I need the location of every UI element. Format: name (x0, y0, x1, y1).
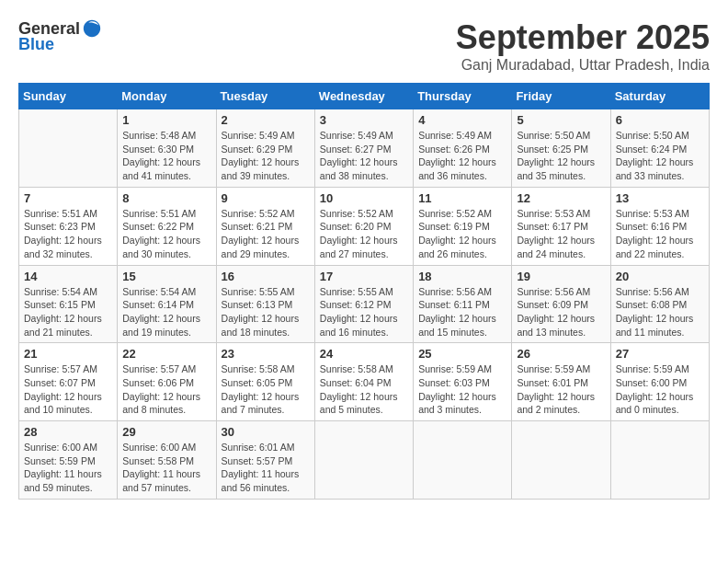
day-info: Sunrise: 5:49 AM Sunset: 6:27 PM Dayligh… (320, 129, 408, 183)
day-number: 28 (24, 425, 112, 439)
day-number: 11 (418, 191, 506, 205)
day-number: 23 (222, 347, 310, 361)
month-title: September 2025 (456, 18, 710, 57)
day-number: 7 (24, 191, 112, 205)
day-number: 4 (418, 113, 506, 127)
calendar-cell: 24Sunrise: 5:58 AM Sunset: 6:04 PM Dayli… (314, 343, 413, 421)
calendar-cell: 16Sunrise: 5:55 AM Sunset: 6:13 PM Dayli… (216, 265, 314, 343)
day-header-saturday: Saturday (610, 84, 709, 109)
day-number: 18 (418, 270, 506, 283)
day-info: Sunrise: 5:55 AM Sunset: 6:13 PM Dayligh… (222, 285, 310, 339)
day-number: 25 (418, 347, 506, 361)
calendar-cell (610, 421, 709, 500)
calendar-cell: 13Sunrise: 5:53 AM Sunset: 6:16 PM Dayli… (610, 187, 709, 265)
calendar-cell: 19Sunrise: 5:56 AM Sunset: 6:09 PM Dayli… (512, 265, 610, 343)
day-info: Sunrise: 6:00 AM Sunset: 5:59 PM Dayligh… (24, 441, 112, 495)
page-header: General Blue September 2025 Ganj Muradab… (18, 18, 710, 74)
calendar-cell: 12Sunrise: 5:53 AM Sunset: 6:17 PM Dayli… (512, 187, 610, 265)
calendar-table: SundayMondayTuesdayWednesdayThursdayFrid… (18, 83, 710, 500)
calendar-cell: 30Sunrise: 6:01 AM Sunset: 5:57 PM Dayli… (216, 421, 314, 500)
day-info: Sunrise: 5:49 AM Sunset: 6:26 PM Dayligh… (418, 129, 506, 183)
day-number: 1 (122, 113, 210, 127)
day-info: Sunrise: 5:59 AM Sunset: 6:03 PM Dayligh… (418, 362, 506, 417)
day-header-monday: Monday (118, 84, 216, 109)
day-info: Sunrise: 5:58 AM Sunset: 6:04 PM Dayligh… (320, 362, 408, 417)
calendar-cell: 10Sunrise: 5:52 AM Sunset: 6:20 PM Dayli… (314, 187, 413, 265)
day-info: Sunrise: 5:49 AM Sunset: 6:29 PM Dayligh… (222, 129, 310, 183)
day-info: Sunrise: 5:56 AM Sunset: 6:09 PM Dayligh… (517, 285, 605, 339)
day-info: Sunrise: 5:54 AM Sunset: 6:14 PM Dayligh… (122, 285, 210, 339)
day-info: Sunrise: 5:53 AM Sunset: 6:17 PM Dayligh… (517, 207, 605, 261)
day-number: 30 (222, 425, 310, 439)
day-info: Sunrise: 6:00 AM Sunset: 5:58 PM Dayligh… (122, 441, 210, 495)
calendar-cell (414, 421, 512, 500)
calendar-cell: 20Sunrise: 5:56 AM Sunset: 6:08 PM Dayli… (610, 265, 709, 343)
calendar-cell: 9Sunrise: 5:52 AM Sunset: 6:21 PM Daylig… (216, 187, 314, 265)
calendar-cell: 14Sunrise: 5:54 AM Sunset: 6:15 PM Dayli… (19, 265, 118, 343)
day-info: Sunrise: 6:01 AM Sunset: 5:57 PM Dayligh… (222, 441, 310, 495)
day-number: 12 (517, 191, 605, 205)
day-info: Sunrise: 5:53 AM Sunset: 6:16 PM Dayligh… (616, 207, 704, 261)
day-info: Sunrise: 5:57 AM Sunset: 6:06 PM Dayligh… (122, 362, 210, 417)
calendar-cell: 7Sunrise: 5:51 AM Sunset: 6:23 PM Daylig… (19, 187, 118, 265)
day-number: 29 (122, 425, 210, 439)
day-info: Sunrise: 5:51 AM Sunset: 6:23 PM Dayligh… (24, 207, 112, 261)
day-header-thursday: Thursday (414, 84, 512, 109)
calendar-cell: 1Sunrise: 5:48 AM Sunset: 6:30 PM Daylig… (118, 109, 216, 188)
calendar-cell: 6Sunrise: 5:50 AM Sunset: 6:24 PM Daylig… (610, 109, 709, 188)
logo-blue-text: Blue (18, 35, 54, 54)
calendar-cell: 21Sunrise: 5:57 AM Sunset: 6:07 PM Dayli… (19, 343, 118, 421)
day-number: 26 (517, 347, 605, 361)
calendar-cell: 4Sunrise: 5:49 AM Sunset: 6:26 PM Daylig… (414, 109, 512, 188)
day-info: Sunrise: 5:59 AM Sunset: 6:01 PM Dayligh… (517, 362, 605, 417)
day-number: 8 (122, 191, 210, 205)
day-info: Sunrise: 5:56 AM Sunset: 6:11 PM Dayligh… (418, 285, 506, 339)
calendar-cell: 22Sunrise: 5:57 AM Sunset: 6:06 PM Dayli… (118, 343, 216, 421)
title-block: September 2025 Ganj Muradabad, Uttar Pra… (456, 18, 710, 74)
day-info: Sunrise: 5:48 AM Sunset: 6:30 PM Dayligh… (122, 129, 210, 183)
day-number: 20 (616, 270, 704, 283)
day-info: Sunrise: 5:59 AM Sunset: 6:00 PM Dayligh… (616, 362, 704, 417)
calendar-cell: 23Sunrise: 5:58 AM Sunset: 6:05 PM Dayli… (216, 343, 314, 421)
day-info: Sunrise: 5:51 AM Sunset: 6:22 PM Dayligh… (122, 207, 210, 261)
day-number: 2 (222, 113, 310, 127)
day-number: 14 (24, 270, 112, 283)
day-info: Sunrise: 5:52 AM Sunset: 6:19 PM Dayligh… (418, 207, 506, 261)
day-info: Sunrise: 5:50 AM Sunset: 6:25 PM Dayligh… (517, 129, 605, 183)
day-number: 16 (222, 270, 310, 283)
day-number: 24 (320, 347, 408, 361)
day-info: Sunrise: 5:52 AM Sunset: 6:21 PM Dayligh… (222, 207, 310, 261)
day-info: Sunrise: 5:58 AM Sunset: 6:05 PM Dayligh… (222, 362, 310, 417)
day-info: Sunrise: 5:55 AM Sunset: 6:12 PM Dayligh… (320, 285, 408, 339)
calendar-cell (19, 109, 118, 188)
calendar-cell: 17Sunrise: 5:55 AM Sunset: 6:12 PM Dayli… (314, 265, 413, 343)
calendar-cell: 28Sunrise: 6:00 AM Sunset: 5:59 PM Dayli… (19, 421, 118, 500)
day-number: 15 (122, 270, 210, 283)
day-header-tuesday: Tuesday (216, 84, 314, 109)
day-header-friday: Friday (512, 84, 610, 109)
calendar-cell: 5Sunrise: 5:50 AM Sunset: 6:25 PM Daylig… (512, 109, 610, 188)
day-number: 10 (320, 191, 408, 205)
day-number: 6 (616, 113, 704, 127)
calendar-cell: 15Sunrise: 5:54 AM Sunset: 6:14 PM Dayli… (118, 265, 216, 343)
day-number: 17 (320, 270, 408, 283)
calendar-cell: 25Sunrise: 5:59 AM Sunset: 6:03 PM Dayli… (414, 343, 512, 421)
day-number: 21 (24, 347, 112, 361)
calendar-cell (314, 421, 413, 500)
day-header-wednesday: Wednesday (314, 84, 413, 109)
day-number: 5 (517, 113, 605, 127)
day-info: Sunrise: 5:54 AM Sunset: 6:15 PM Dayligh… (24, 285, 112, 339)
day-info: Sunrise: 5:50 AM Sunset: 6:24 PM Dayligh… (616, 129, 704, 183)
location-title: Ganj Muradabad, Uttar Pradesh, India (456, 57, 710, 74)
calendar-cell: 11Sunrise: 5:52 AM Sunset: 6:19 PM Dayli… (414, 187, 512, 265)
logo: General Blue (18, 18, 102, 54)
calendar-cell: 18Sunrise: 5:56 AM Sunset: 6:11 PM Dayli… (414, 265, 512, 343)
calendar-cell: 8Sunrise: 5:51 AM Sunset: 6:22 PM Daylig… (118, 187, 216, 265)
calendar-cell: 3Sunrise: 5:49 AM Sunset: 6:27 PM Daylig… (314, 109, 413, 188)
day-number: 22 (122, 347, 210, 361)
day-info: Sunrise: 5:56 AM Sunset: 6:08 PM Dayligh… (616, 285, 704, 339)
calendar-cell: 29Sunrise: 6:00 AM Sunset: 5:58 PM Dayli… (118, 421, 216, 500)
calendar-cell: 27Sunrise: 5:59 AM Sunset: 6:00 PM Dayli… (610, 343, 709, 421)
day-header-sunday: Sunday (19, 84, 118, 109)
day-info: Sunrise: 5:57 AM Sunset: 6:07 PM Dayligh… (24, 362, 112, 417)
